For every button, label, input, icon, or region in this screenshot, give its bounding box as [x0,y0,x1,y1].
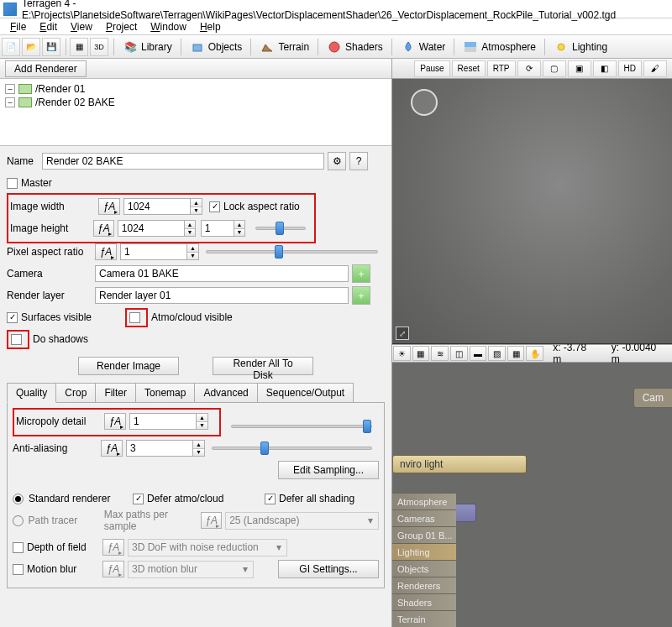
tool-save-icon[interactable]: 💾 [42,38,60,56]
node-graph[interactable]: nviro light inlight 01 Cam Atmosphere Ca… [392,363,672,627]
viewport-expand-icon[interactable]: ⤢ [396,327,409,340]
layer-item[interactable]: Cameras [392,509,456,526]
tab-sequence[interactable]: Sequence/Output [257,383,354,402]
micropoly-input[interactable] [129,413,197,430]
sb-sun-icon[interactable]: ☀ [393,346,411,361]
menu-window[interactable]: Window [144,19,193,34]
camera-input[interactable] [95,265,349,282]
tab-filter[interactable]: Filter [95,383,136,402]
vp-btn-4-icon[interactable]: ◧ [593,60,617,77]
dof-checkbox[interactable] [13,542,24,553]
section-terrain[interactable]: Terrain [255,39,314,55]
lock-aspect-checkbox[interactable]: ✓ [209,201,220,212]
rtp-button[interactable]: RTP [487,60,516,77]
sb-wire-icon[interactable]: ▦ [412,346,430,361]
surfaces-visible-checkbox[interactable]: ✓ [7,312,18,323]
spinner[interactable]: ▲▼ [191,198,202,215]
render-all-button[interactable]: Render All To Disk [213,357,313,375]
render-layer-input[interactable] [95,287,349,304]
do-shadows-checkbox[interactable] [11,334,22,345]
sb-mesh-icon[interactable]: ◫ [450,346,468,361]
tree-row[interactable]: –/Render 02 BAKE [0,96,391,109]
height-slider[interactable] [255,227,306,230]
section-objects[interactable]: Objects [185,39,248,55]
vp-btn-3-icon[interactable]: ▣ [568,60,591,77]
layer-item[interactable]: Terrain [392,610,456,627]
tab-advanced[interactable]: Advanced [194,383,257,402]
tool-new-icon[interactable]: 📄 [2,38,20,56]
section-library[interactable]: 📚Library [118,39,177,55]
menu-view[interactable]: View [64,19,99,34]
motion-blur-checkbox[interactable] [13,564,24,575]
spinner[interactable]: ▲▼ [185,220,196,237]
node-enviro-light[interactable]: nviro light [392,455,527,473]
layer-item[interactable]: Atmosphere [392,493,456,509]
fx-button[interactable]: ƒA [101,440,123,457]
sb-layers-icon[interactable]: ≋ [431,346,449,361]
sb-hand-icon[interactable]: ✋ [526,346,543,361]
render-layer-add-icon[interactable]: ＋ [352,286,370,305]
gear-icon[interactable]: ⚙ [328,152,346,170]
layer-item[interactable]: Renderers [392,577,456,593]
sb-grid-icon[interactable]: ▦ [507,346,525,361]
sb-solid-icon[interactable]: ▬ [470,346,487,361]
3d-viewport[interactable]: ⤢ [392,79,672,344]
help-icon[interactable]: ? [349,152,368,170]
menu-project[interactable]: Project [99,19,144,34]
add-renderer-button[interactable]: Add Renderer [5,60,87,77]
micropoly-slider[interactable] [231,425,372,428]
aa-slider[interactable] [212,447,372,450]
spinner[interactable]: ▲▼ [187,243,199,260]
menu-file[interactable]: File [3,19,33,34]
path-tracer-radio[interactable] [13,515,24,526]
aa-input[interactable] [126,440,193,457]
vp-btn-1-icon[interactable]: ⟳ [517,60,541,77]
fx-button[interactable]: ƒA [93,220,114,237]
pause-button[interactable]: Pause [414,60,449,77]
reset-button[interactable]: Reset [452,60,486,77]
vp-btn-2-icon[interactable]: ▢ [543,60,566,77]
spinner[interactable]: ▲▼ [197,413,208,430]
layer-item[interactable]: Group 01 B... [392,526,456,543]
compass-icon[interactable] [411,89,438,116]
spinner[interactable]: ▲▼ [193,440,205,457]
tool-open-icon[interactable]: 📂 [22,38,40,56]
camera-tab[interactable]: Cam [633,388,672,408]
image-width-input[interactable] [123,198,191,215]
hd-button[interactable]: HD [618,60,642,77]
menu-help[interactable]: Help [193,19,228,34]
layer-item[interactable]: Objects [392,560,456,577]
brush-icon[interactable]: 🖌 [643,60,667,77]
fx-button[interactable]: ƒA [104,413,126,430]
tab-crop[interactable]: Crop [55,383,96,402]
section-atmosphere[interactable]: Atmosphere [458,39,541,55]
pixel-ar-input[interactable] [120,243,187,260]
fx-button[interactable]: ƒA [98,198,120,215]
section-shaders[interactable]: Shaders [322,39,388,55]
sb-tex-icon[interactable]: ▨ [488,346,506,361]
gi-settings-button[interactable]: GI Settings... [278,560,379,578]
spinner[interactable]: ▲▼ [234,220,245,237]
master-checkbox[interactable] [7,178,18,189]
pixel-ar-slider[interactable] [206,250,378,253]
tool-cube-icon[interactable]: ▦ [70,38,88,56]
tree-toggle-icon[interactable]: – [5,84,15,94]
edit-sampling-button[interactable]: Edit Sampling... [278,461,379,479]
tool-3d-icon[interactable]: 3D [90,38,108,56]
menu-edit[interactable]: Edit [33,19,64,34]
standard-renderer-radio[interactable] [13,494,24,504]
defer-atmo-checkbox[interactable]: ✓ [133,494,144,504]
section-lighting[interactable]: Lighting [549,39,612,55]
tab-quality[interactable]: Quality [7,383,56,403]
height-mult-input[interactable] [201,220,234,237]
camera-add-icon[interactable]: ＋ [352,264,370,283]
fx-button[interactable]: ƒA [95,243,117,260]
render-image-button[interactable]: Render Image [78,357,179,375]
atmo-cloud-checkbox[interactable] [129,312,140,323]
layer-item[interactable]: Lighting [392,543,456,560]
name-input[interactable] [42,153,324,170]
renderer-tree[interactable]: –/Render 01 –/Render 02 BAKE [0,79,391,146]
tab-tonemap[interactable]: Tonemap [135,383,195,402]
tree-row[interactable]: –/Render 01 [0,82,391,96]
layer-item[interactable]: Shaders [392,593,456,610]
